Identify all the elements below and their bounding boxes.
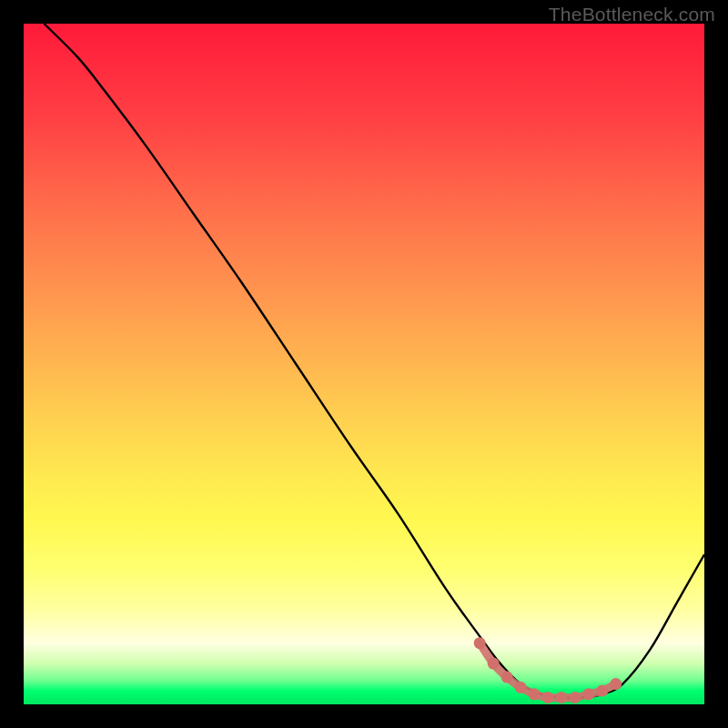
optimum-connector xyxy=(480,643,616,698)
optimum-marker xyxy=(596,685,608,697)
optimum-marker xyxy=(488,658,500,670)
optimum-marker xyxy=(529,688,541,700)
optimum-marker xyxy=(474,637,486,649)
watermark-text: TheBottleneck.com xyxy=(549,4,715,25)
optimum-marker xyxy=(610,678,622,690)
chart-markers-layer xyxy=(24,24,704,704)
optimum-marker xyxy=(582,688,594,700)
optimum-marker xyxy=(569,692,581,703)
optimum-marker xyxy=(501,672,513,683)
optimum-marker xyxy=(515,682,527,693)
optimum-marker xyxy=(541,692,553,703)
optimum-marker xyxy=(555,692,567,703)
optimum-markers xyxy=(474,637,622,703)
chart-plot-area xyxy=(24,24,704,704)
